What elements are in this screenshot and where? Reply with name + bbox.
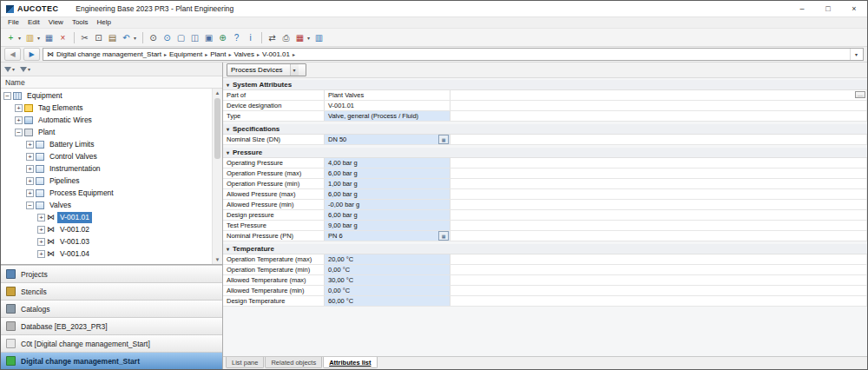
- attribute-value[interactable]: 0,00 °C: [325, 286, 450, 295]
- attribute-value[interactable]: 20,00 °C: [325, 254, 450, 264]
- two-sheet-view-icon[interactable]: ◫: [188, 31, 201, 44]
- print-icon[interactable]: ⎙: [279, 31, 293, 44]
- breadcrumb-item-valves[interactable]: Valves: [234, 50, 254, 58]
- breadcrumb-item-plant[interactable]: Plant: [210, 50, 226, 58]
- breadcrumb-item-v-001-01[interactable]: V-001.01: [262, 50, 290, 58]
- attribute-value[interactable]: Valve, general (Process / Fluid): [325, 111, 450, 121]
- tree-item-process-equipment[interactable]: +Process Equipment: [1, 187, 212, 199]
- tree-item-v-001-01[interactable]: +⋈V-001.01: [1, 211, 212, 223]
- tree-scrollbar[interactable]: ▲ ▼: [212, 89, 222, 264]
- collapse-icon[interactable]: ▾: [227, 82, 229, 88]
- tree-item-tag-elements[interactable]: +Tag Elements: [1, 102, 212, 114]
- tab-related-objects[interactable]: Related objects: [265, 357, 322, 368]
- expand-icon[interactable]: +: [37, 238, 45, 246]
- attribute-value[interactable]: 9,00 bar g: [325, 221, 450, 230]
- minimize-button[interactable]: –: [789, 1, 815, 17]
- tree-item-control-valves[interactable]: +Control Valves: [1, 150, 212, 162]
- value-picker-icon[interactable]: ▦: [438, 231, 449, 241]
- expand-icon[interactable]: +: [15, 116, 23, 124]
- panel-catalogs[interactable]: Catalogs: [1, 300, 222, 317]
- tree-item-v-001-04[interactable]: +⋈V-001.04: [1, 248, 212, 260]
- attribute-category-select[interactable]: Process Devices ▾: [227, 63, 306, 76]
- attribute-value[interactable]: 60,00 °C: [325, 296, 450, 306]
- tree-item-equipment[interactable]: −Equipment: [1, 89, 212, 102]
- section-header-pressure[interactable]: ▾Pressure: [223, 148, 867, 158]
- tree-item-automatic-wires[interactable]: +Automatic Wires: [1, 114, 212, 126]
- expand-icon[interactable]: +: [26, 153, 34, 161]
- panel-stencils[interactable]: Stencils: [1, 282, 222, 300]
- expand-icon[interactable]: +: [26, 189, 34, 197]
- section-header-system-attributes[interactable]: ▾System Attributes: [223, 80, 867, 90]
- browse-button[interactable]: …: [855, 91, 865, 98]
- attribute-value[interactable]: V-001.01: [325, 101, 450, 110]
- menu-tools[interactable]: Tools: [68, 17, 93, 28]
- menu-view[interactable]: View: [44, 17, 68, 28]
- expand-icon[interactable]: +: [26, 177, 34, 185]
- save-icon[interactable]: ▦: [43, 31, 56, 44]
- report-icon-dropdown[interactable]: ▾: [307, 35, 310, 41]
- attribute-value[interactable]: Plant Valves: [325, 90, 450, 100]
- expand-icon[interactable]: +: [26, 141, 34, 149]
- panel-digital-change-management-start[interactable]: Digital change management_Start: [1, 352, 222, 369]
- filter-edit-icon[interactable]: ▾: [20, 66, 30, 72]
- undo-icon[interactable]: ↶: [120, 31, 133, 44]
- globe-icon[interactable]: ⊕: [216, 31, 229, 44]
- collapse-icon[interactable]: −: [15, 129, 23, 136]
- expand-icon[interactable]: +: [37, 250, 45, 258]
- frame-view-icon[interactable]: ▣: [202, 31, 215, 44]
- attribute-value[interactable]: 6,00 bar g: [325, 168, 450, 178]
- attribute-value[interactable]: 0,00 °C: [325, 265, 450, 274]
- zoom-icon[interactable]: ⊙: [147, 31, 160, 44]
- attribute-value[interactable]: 4,00 bar g: [325, 158, 450, 168]
- help-icon[interactable]: ?: [230, 31, 243, 44]
- tree-item-instrumentation[interactable]: +Instrumentation: [1, 162, 212, 175]
- expand-icon[interactable]: +: [26, 165, 34, 173]
- attribute-value[interactable]: 6,00 bar g: [325, 189, 450, 199]
- breadcrumb-item-equipment[interactable]: Equipment: [169, 50, 202, 58]
- menu-file[interactable]: File: [3, 17, 23, 28]
- report-icon[interactable]: ▦: [293, 31, 306, 44]
- panel-projects[interactable]: Projects: [1, 265, 222, 282]
- maximize-button[interactable]: □: [815, 1, 841, 17]
- expand-icon[interactable]: +: [15, 104, 23, 112]
- tree-item-v-001-02[interactable]: +⋈V-001.02: [1, 223, 212, 235]
- menu-edit[interactable]: Edit: [23, 17, 44, 28]
- collapse-icon[interactable]: −: [26, 202, 34, 209]
- breadcrumb-dropdown-button[interactable]: ▾: [850, 49, 859, 60]
- close-button[interactable]: ×: [841, 1, 867, 17]
- tree-item-v-001-03[interactable]: +⋈V-001.03: [1, 235, 212, 248]
- tree-column-header[interactable]: Name: [1, 76, 222, 89]
- menu-help[interactable]: Help: [93, 17, 115, 28]
- collapse-icon[interactable]: ▾: [227, 246, 229, 252]
- sync-icon[interactable]: ⇄: [266, 31, 279, 44]
- nav-back-icon[interactable]: ◀: [4, 48, 21, 61]
- open-icon-dropdown[interactable]: ▾: [37, 35, 40, 41]
- tab-attributes-list[interactable]: Attributes list: [323, 357, 377, 368]
- scroll-up-icon[interactable]: ▲: [215, 89, 220, 97]
- section-header-specifications[interactable]: ▾Specifications: [223, 124, 867, 135]
- attribute-value[interactable]: DN 50▦: [325, 135, 450, 144]
- collapse-icon[interactable]: ▾: [227, 126, 229, 132]
- attribute-value[interactable]: 30,00 °C: [325, 275, 450, 285]
- panel-database-eb-2023-pr3[interactable]: Database [EB_2023_PR3]: [1, 317, 222, 334]
- attribute-value[interactable]: 6,00 bar g: [325, 210, 450, 220]
- delete-icon[interactable]: ×: [56, 31, 69, 44]
- collapse-icon[interactable]: ▾: [227, 149, 229, 155]
- info-icon[interactable]: i: [244, 31, 257, 44]
- expand-icon[interactable]: +: [37, 214, 45, 221]
- new-icon[interactable]: +: [4, 31, 17, 44]
- tree-item-plant[interactable]: −Plant: [1, 126, 212, 138]
- value-picker-icon[interactable]: ▦: [438, 135, 449, 144]
- paste-icon[interactable]: ▤: [106, 31, 119, 44]
- new-icon-dropdown[interactable]: ▾: [18, 35, 21, 41]
- cut-icon[interactable]: ✂: [78, 31, 91, 44]
- nav-forward-icon[interactable]: ▶: [23, 48, 40, 61]
- zoom-page-icon[interactable]: ⊙: [161, 31, 174, 44]
- scroll-down-icon[interactable]: ▼: [215, 255, 220, 264]
- panel-c0t-digital-change-management-start[interactable]: C0t [Digital change management_Start]: [1, 334, 222, 352]
- filter-icon[interactable]: ▾: [4, 66, 15, 72]
- tree-item-pipelines[interactable]: +Pipelines: [1, 175, 212, 187]
- scrollbar-thumb[interactable]: [214, 98, 220, 159]
- expand-icon[interactable]: +: [37, 226, 45, 234]
- attribute-value[interactable]: 1,00 bar g: [325, 179, 450, 188]
